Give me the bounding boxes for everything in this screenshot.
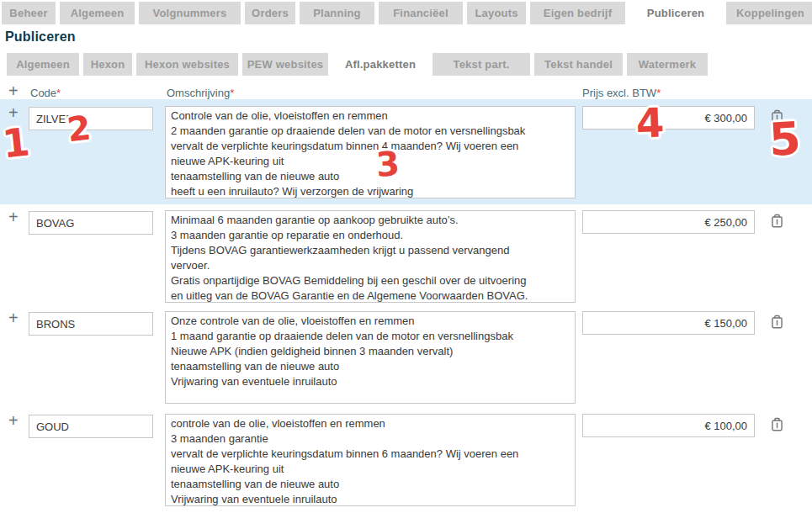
insert-row-icon[interactable]: +	[8, 209, 19, 225]
subtab-pew-websites[interactable]: PEW websites	[242, 53, 328, 76]
code-input[interactable]	[29, 415, 153, 438]
tab-publiceren[interactable]: Publiceren	[629, 2, 722, 24]
trash-icon[interactable]	[767, 312, 788, 332]
subtab-hexon[interactable]: Hexon	[83, 53, 132, 76]
column-header-description-label: Omschrijving	[167, 87, 230, 99]
package-row-bovag: + Minimaal 6 maanden garantie op aankoop…	[0, 204, 812, 309]
column-header-price-label: Prijs excl. BTW	[582, 87, 656, 99]
package-row-zilver: + Controle van de olie, vloeistoffen en …	[0, 99, 812, 204]
package-row-goud: + controle van de olie, vloeistoffen en …	[0, 407, 812, 512]
required-asterisk: *	[656, 87, 661, 99]
tab-financi-el[interactable]: Financiëel	[379, 2, 463, 24]
tab-eigen-bedrijf[interactable]: Eigen bedrijf	[530, 2, 625, 24]
price-input[interactable]	[582, 311, 755, 335]
insert-row-icon[interactable]: +	[8, 309, 19, 326]
code-input[interactable]	[29, 312, 153, 336]
price-input[interactable]	[582, 106, 755, 130]
package-row-brons: + Onze controle van de olie, vloeistoffe…	[0, 304, 812, 410]
tab-beheer[interactable]: Beheer	[2, 2, 56, 24]
sub-tab-bar: AlgemeenHexonHexon websitesPEW websitesA…	[7, 53, 708, 76]
column-header-code: Code*	[30, 87, 61, 99]
column-header-code-label: Code	[30, 87, 56, 99]
add-row-button[interactable]: +	[8, 82, 19, 99]
subtab-tekst-handel[interactable]: Tekst handel	[534, 53, 623, 76]
trash-icon[interactable]	[767, 107, 788, 127]
trash-icon-glyph	[767, 107, 787, 126]
trash-icon-glyph	[767, 211, 787, 230]
tab-planning[interactable]: Planning	[300, 2, 374, 24]
required-asterisk: *	[230, 87, 234, 99]
trash-icon-glyph	[767, 415, 787, 434]
required-asterisk: *	[56, 87, 61, 99]
subtab-watermerk[interactable]: Watermerk	[627, 53, 708, 76]
tab-layouts[interactable]: Layouts	[467, 2, 526, 24]
trash-icon[interactable]	[767, 211, 788, 231]
trash-icon-glyph	[767, 312, 787, 331]
description-textarea[interactable]: Onze controle van de olie, vloeistoffen …	[165, 311, 576, 404]
price-input[interactable]	[582, 210, 755, 234]
insert-row-icon[interactable]: +	[8, 412, 19, 429]
description-textarea[interactable]: Minimaal 6 maanden garantie op aankoop g…	[165, 210, 576, 303]
insert-row-icon[interactable]: +	[8, 104, 19, 121]
subtab-hexon-websites[interactable]: Hexon websites	[136, 53, 238, 76]
trash-icon[interactable]	[767, 415, 788, 435]
code-input[interactable]	[29, 211, 153, 235]
column-header-price: Prijs excl. BTW*	[582, 87, 661, 99]
subtab-algemeen[interactable]: Algemeen	[7, 53, 79, 76]
subtab-tekst-part[interactable]: Tekst part.	[433, 53, 530, 76]
price-input[interactable]	[582, 414, 755, 437]
code-input[interactable]	[29, 107, 153, 130]
tab-algemeen[interactable]: Algemeen	[60, 2, 135, 24]
page-title: Publiceren	[5, 29, 76, 45]
tab-koppelingen[interactable]: Koppelingen	[726, 2, 812, 24]
main-tab-bar: BeheerAlgemeenVolgnummersOrdersPlanningF…	[2, 2, 812, 24]
publiceren-page: BeheerAlgemeenVolgnummersOrdersPlanningF…	[0, 0, 812, 513]
tab-volgnummers[interactable]: Volgnummers	[139, 2, 241, 24]
tab-orders[interactable]: Orders	[245, 2, 295, 24]
subtab-afl-pakketten[interactable]: Afl.pakketten	[332, 53, 428, 76]
description-textarea[interactable]: Controle van de olie, vloeistoffen en re…	[165, 106, 576, 198]
column-header-description: Omschrijving*	[167, 87, 234, 99]
description-textarea[interactable]: controle van de olie, vloeistoffen en re…	[165, 414, 576, 506]
